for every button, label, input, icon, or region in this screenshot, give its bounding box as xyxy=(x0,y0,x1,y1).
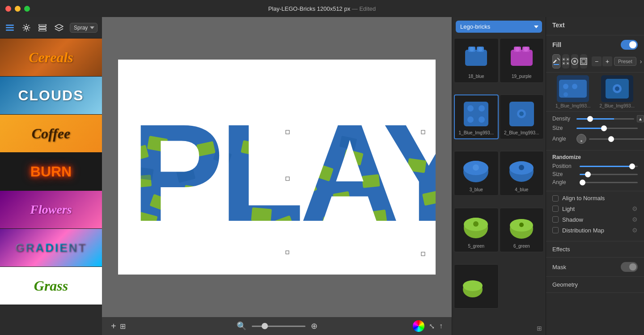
style-item-coffee[interactable]: Coffee xyxy=(0,115,102,153)
distribution-map-left: Distribution Map xyxy=(552,227,604,234)
spray-dropdown-wrapper[interactable]: Spray xyxy=(70,23,97,33)
svg-point-94 xyxy=(563,84,568,89)
svg-point-65 xyxy=(519,112,524,116)
titlebar: Play-LEGO-Bricks 1200x512 px — Edited xyxy=(0,0,644,17)
sprite-cell-19-purple[interactable]: 19_purple xyxy=(500,38,544,83)
settings-icon[interactable] xyxy=(21,21,32,34)
style-item-gradient[interactable]: GRADIENT xyxy=(0,229,102,267)
distribution-map-checkbox[interactable] xyxy=(552,227,559,233)
fill-frame-button[interactable] xyxy=(580,54,587,69)
svg-rect-6 xyxy=(39,30,46,31)
fill-plus-button[interactable]: + xyxy=(602,56,612,66)
zoom-slider[interactable] xyxy=(252,326,305,327)
shadow-row: Shadow ⚙ xyxy=(552,216,638,223)
zoom-in-button[interactable]: ⊕ xyxy=(309,321,319,331)
sprite-cell-7-green[interactable] xyxy=(454,264,499,309)
sprite-img-6-green xyxy=(506,211,537,243)
sprite-img-18-blue xyxy=(461,42,492,73)
svg-point-59 xyxy=(467,105,474,112)
fill-bucket-button[interactable] xyxy=(552,54,560,69)
menu-icon[interactable] xyxy=(4,21,16,34)
fill-thumb-1[interactable]: 1_Blue_Img993... xyxy=(552,75,594,108)
share-button[interactable]: ↑ xyxy=(439,322,443,330)
preset-button[interactable]: Preset xyxy=(614,57,636,66)
canvas-area: PLAY xyxy=(102,17,452,335)
angle-slider[interactable] xyxy=(589,138,644,140)
spray-select[interactable]: Spray xyxy=(70,23,97,33)
fill-pattern-button[interactable] xyxy=(562,54,569,69)
left-sidebar: Spray Cereals CLOUDS Coffee BURN Flowers… xyxy=(0,17,102,335)
size-slider[interactable] xyxy=(576,128,638,129)
preset-chevron-icon[interactable]: › xyxy=(640,58,642,65)
sprite-cell-4-blue[interactable]: 4_blue xyxy=(500,151,544,196)
style-label: GRADIENT xyxy=(0,241,102,255)
density-label: Density xyxy=(552,116,574,122)
svg-point-77 xyxy=(519,223,524,227)
color-picker-button[interactable] xyxy=(413,320,424,332)
style-label: BURN xyxy=(0,163,102,180)
angle-rand-slider[interactable] xyxy=(580,182,638,183)
svg-point-62 xyxy=(479,116,485,123)
angle-knob[interactable] xyxy=(576,134,586,144)
fill-minus-button[interactable]: − xyxy=(592,56,602,66)
right-panel: Text Fill − + Pr xyxy=(546,17,644,335)
zoom-out-button[interactable]: 🔍 xyxy=(235,321,248,331)
svg-point-51 xyxy=(470,47,474,52)
style-item-cereals[interactable]: Cereals xyxy=(0,39,102,77)
grid-icon[interactable]: ⊞ xyxy=(537,325,542,332)
position-slider[interactable] xyxy=(580,166,638,167)
sprite-cell-2-blue[interactable]: 2_Blue_Img993... xyxy=(500,94,544,139)
window-controls[interactable] xyxy=(5,6,30,12)
sprite-cell-6-green[interactable]: 6_green xyxy=(500,208,544,253)
layers-icon[interactable] xyxy=(37,21,48,34)
fill-toggle[interactable] xyxy=(621,40,638,50)
sprite-cell-18-blue[interactable]: 18_blue xyxy=(454,38,499,83)
style-item-flowers[interactable]: Flowers xyxy=(0,191,102,229)
svg-point-60 xyxy=(479,105,485,112)
effects-section: Effects xyxy=(546,241,644,258)
close-button[interactable] xyxy=(5,6,11,12)
svg-rect-0 xyxy=(6,25,14,26)
sprite-label: 19_purple xyxy=(512,74,531,79)
minimize-button[interactable] xyxy=(15,6,21,12)
mask-knob xyxy=(629,263,636,271)
sprite-img-7-green xyxy=(461,271,492,302)
export-button[interactable]: ⤡ xyxy=(429,322,435,331)
light-checkbox[interactable] xyxy=(552,206,559,212)
canvas-grid-button[interactable]: ⊞ xyxy=(120,322,126,331)
svg-rect-37 xyxy=(137,167,154,180)
sprite-cell-5-green[interactable]: 5_green xyxy=(454,208,499,253)
density-slider[interactable] xyxy=(576,118,634,120)
text-section-title: Text xyxy=(552,21,638,29)
shadow-gear-icon[interactable]: ⚙ xyxy=(632,216,638,223)
size-rand-slider[interactable] xyxy=(580,174,638,175)
svg-rect-2 xyxy=(6,30,14,31)
effects-label: Effects xyxy=(552,246,570,253)
align-normals-checkbox[interactable] xyxy=(552,195,559,202)
align-normals-label: Align to Normals xyxy=(562,195,605,202)
style-item-clouds[interactable]: CLOUDS xyxy=(0,77,102,115)
fill-thumb-2[interactable]: 2_Blue_Img993... xyxy=(597,75,638,108)
shadow-checkbox[interactable] xyxy=(552,216,559,223)
svg-point-3 xyxy=(25,26,28,29)
stack-icon[interactable] xyxy=(54,21,65,34)
style-item-burn[interactable]: BURN xyxy=(0,153,102,191)
density-decrement[interactable]: ▲ xyxy=(637,115,644,122)
fill-circle-button[interactable] xyxy=(571,54,578,69)
sprite-cell-3-blue[interactable]: 3_blue xyxy=(454,151,499,196)
svg-point-74 xyxy=(473,221,479,227)
angle-rand-label: Angle xyxy=(552,179,577,185)
maximize-button[interactable] xyxy=(24,6,30,12)
sprite-dropdown[interactable]: Lego-bricks xyxy=(456,21,542,33)
style-item-grass[interactable]: Grass xyxy=(0,267,102,305)
add-button[interactable]: + xyxy=(111,321,116,331)
svg-rect-31 xyxy=(407,158,427,173)
svg-point-61 xyxy=(467,116,474,123)
light-gear-icon[interactable]: ⚙ xyxy=(632,205,638,212)
svg-point-52 xyxy=(478,47,483,52)
sprite-cell-1-blue[interactable]: 1_Blue_Img993... xyxy=(454,94,499,139)
distribution-gear-icon[interactable]: ⚙ xyxy=(632,227,638,234)
svg-rect-5 xyxy=(39,27,46,29)
mask-toggle[interactable] xyxy=(621,262,638,272)
canvas[interactable]: PLAY xyxy=(118,60,436,275)
